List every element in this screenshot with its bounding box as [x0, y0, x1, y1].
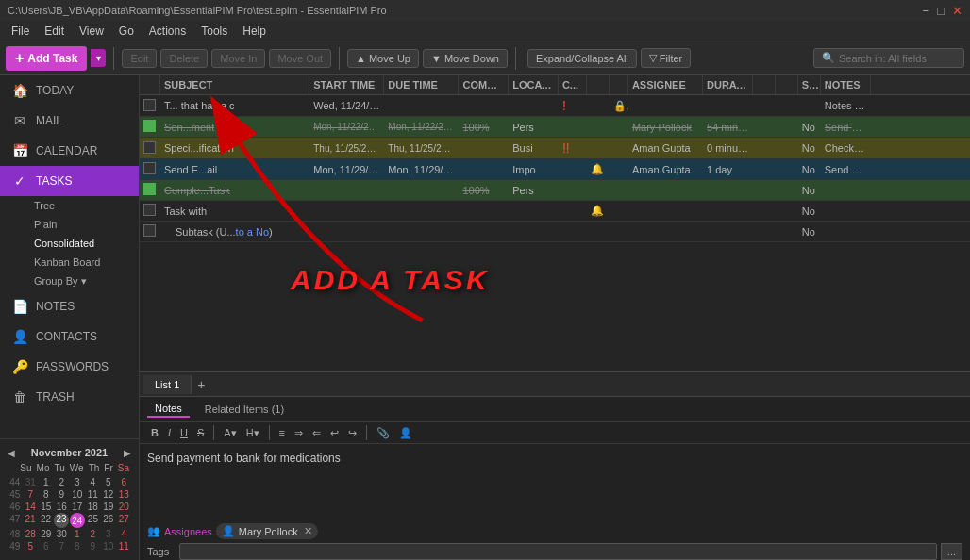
- highlight-button[interactable]: H▾: [242, 426, 263, 440]
- maximize-button[interactable]: □: [937, 4, 945, 18]
- cal-day-24-today[interactable]: 24: [70, 513, 85, 528]
- checkbox[interactable]: [143, 141, 156, 154]
- col-complete[interactable]: COMPLET...: [459, 75, 509, 94]
- menu-view[interactable]: View: [72, 23, 111, 40]
- cal-day-10[interactable]: 10: [70, 488, 85, 501]
- panel-tab-related[interactable]: Related Items (1): [197, 402, 292, 417]
- row-check[interactable]: [140, 117, 160, 137]
- insert-button[interactable]: 👤: [395, 426, 416, 440]
- table-row[interactable]: T... that has a c Wed, 11/24/2021 ! 🔒 No…: [140, 95, 970, 117]
- window-controls[interactable]: − □ ✕: [923, 4, 962, 18]
- sidebar-item-notes[interactable]: 📄 NOTES: [0, 291, 139, 321]
- cal-day-21[interactable]: 21: [23, 513, 37, 528]
- sidebar-item-trash[interactable]: 🗑 TRASH: [0, 382, 139, 412]
- cal-day-12[interactable]: 12: [101, 488, 116, 501]
- add-tab-button[interactable]: +: [192, 375, 210, 394]
- panel-tab-notes[interactable]: Notes: [147, 401, 190, 418]
- cal-day-15[interactable]: 15: [39, 501, 54, 513]
- close-button[interactable]: ✕: [952, 4, 962, 18]
- filter-button[interactable]: ▽ Filter: [641, 48, 691, 68]
- cal-day-29[interactable]: 29: [39, 528, 54, 540]
- cal-day-31[interactable]: 31: [24, 476, 39, 488]
- table-row[interactable]: Task with 🔔 No: [140, 201, 970, 222]
- cal-day-25[interactable]: 25: [86, 513, 100, 528]
- delete-button[interactable]: Delete: [160, 49, 208, 68]
- table-row[interactable]: Comple...Task 100% Pers No: [140, 180, 970, 201]
- col-due[interactable]: DUE TIME: [384, 75, 459, 94]
- underline-button[interactable]: U: [176, 426, 192, 439]
- col-subject[interactable]: SUBJECT: [160, 75, 309, 94]
- col-s[interactable]: S...: [798, 75, 821, 94]
- menu-help[interactable]: Help: [235, 23, 274, 40]
- tags-more-button[interactable]: ...: [941, 543, 962, 560]
- menu-actions[interactable]: Actions: [142, 23, 193, 40]
- attach-button[interactable]: 📎: [373, 426, 393, 440]
- italic-button[interactable]: I: [164, 426, 175, 439]
- cal-day-28[interactable]: 28: [24, 528, 39, 540]
- cal-day-6-next[interactable]: 6: [39, 540, 54, 552]
- menu-tools[interactable]: Tools: [193, 23, 235, 40]
- edit-button[interactable]: Edit: [122, 49, 157, 68]
- cal-day-7[interactable]: 7: [24, 488, 39, 501]
- col-start[interactable]: START TIME: [309, 75, 384, 94]
- cal-day-19[interactable]: 19: [101, 501, 116, 513]
- cal-day-1[interactable]: 1: [39, 476, 54, 488]
- row-check[interactable]: [140, 139, 160, 158]
- cal-day-5-next[interactable]: 5: [24, 540, 39, 552]
- cal-day-6[interactable]: 6: [117, 476, 132, 488]
- cal-day-1-next[interactable]: 1: [70, 528, 85, 540]
- cal-day-22[interactable]: 22: [39, 513, 53, 528]
- row-check[interactable]: [140, 180, 160, 200]
- cal-day-13[interactable]: 13: [117, 488, 132, 501]
- submenu-consolidated[interactable]: Consolidated: [11, 234, 139, 253]
- sidebar-item-tasks[interactable]: ✓ TASKS: [0, 166, 139, 196]
- checkbox[interactable]: [143, 204, 156, 216]
- submenu-groupby[interactable]: Group By ▾: [11, 272, 139, 291]
- tab-list1[interactable]: List 1: [143, 375, 192, 394]
- checkbox[interactable]: [143, 99, 156, 111]
- indent-button[interactable]: ⇒: [291, 426, 307, 440]
- minimize-button[interactable]: −: [923, 4, 930, 18]
- sidebar-item-calendar[interactable]: 📅 CALENDAR: [0, 136, 139, 166]
- checkbox[interactable]: [143, 162, 156, 174]
- menu-file[interactable]: File: [4, 23, 37, 40]
- cal-day-9[interactable]: 9: [55, 488, 70, 501]
- cal-day-11[interactable]: 11: [86, 488, 101, 501]
- sidebar-item-passwords[interactable]: 🔑 PASSWORDS: [0, 352, 139, 382]
- cal-day-17[interactable]: 17: [70, 501, 85, 513]
- remove-assignee-button[interactable]: ✕: [304, 525, 312, 537]
- cal-day-26[interactable]: 26: [101, 513, 115, 528]
- calendar-prev[interactable]: ◀: [8, 448, 15, 458]
- checkbox[interactable]: [143, 120, 156, 132]
- cal-day-10-next[interactable]: 10: [101, 540, 116, 552]
- move-in-button[interactable]: Move In: [211, 49, 265, 68]
- tags-input[interactable]: [179, 543, 937, 560]
- table-row[interactable]: Speci...ification Thu, 11/25/2021 4:20 P…: [140, 138, 970, 159]
- table-row[interactable]: Subtask (U...to a No) No: [140, 222, 970, 242]
- table-row[interactable]: Send E...ail Mon, 11/29/2021 Mon, 11/29/…: [140, 159, 970, 180]
- cal-day-3-next[interactable]: 3: [101, 528, 116, 540]
- cal-day-14[interactable]: 14: [24, 501, 39, 513]
- checkbox[interactable]: [143, 183, 156, 195]
- cal-day-2-next[interactable]: 2: [86, 528, 101, 540]
- assignees-label[interactable]: Assignees: [164, 526, 212, 537]
- undo-button[interactable]: ↩: [326, 426, 343, 440]
- add-task-button[interactable]: + Add Task: [6, 46, 87, 71]
- cal-day-8[interactable]: 8: [39, 488, 54, 501]
- add-task-dropdown[interactable]: ▾: [91, 49, 106, 67]
- row-check[interactable]: [140, 159, 160, 179]
- row-check[interactable]: [140, 96, 160, 116]
- col-duration[interactable]: DURATION: [703, 75, 753, 94]
- search-input[interactable]: [839, 53, 952, 64]
- bold-button[interactable]: B: [147, 426, 162, 439]
- cal-day-30[interactable]: 30: [55, 528, 70, 540]
- outdent-button[interactable]: ⇐: [309, 426, 325, 440]
- strikethrough-button[interactable]: S: [193, 426, 208, 439]
- redo-button[interactable]: ↪: [344, 426, 360, 440]
- cal-day-3[interactable]: 3: [70, 476, 85, 488]
- move-down-button[interactable]: ▼ Move Down: [423, 49, 508, 68]
- col-location[interactable]: LOCATION: [509, 75, 559, 94]
- search-box[interactable]: 🔍: [813, 48, 964, 68]
- move-up-button[interactable]: ▲ Move Up: [347, 49, 419, 68]
- cal-day-11-next[interactable]: 11: [117, 540, 132, 552]
